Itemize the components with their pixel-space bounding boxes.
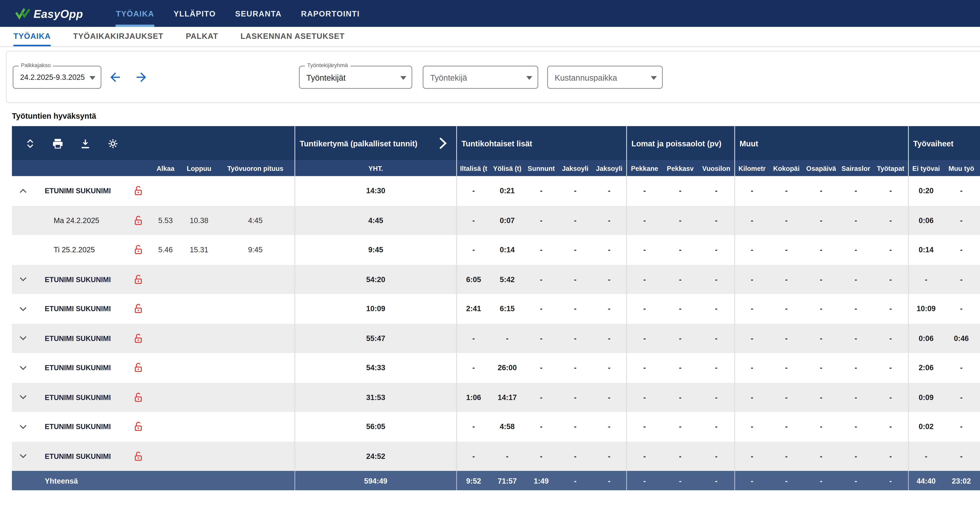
- table-cell: -: [804, 235, 838, 265]
- expand-row-icon[interactable]: [12, 265, 34, 294]
- employee-group-select[interactable]: Työntekijäryhmä Työntekijät: [299, 66, 412, 89]
- table-cell: -: [662, 353, 698, 382]
- table-cell: 5:42: [490, 265, 524, 294]
- tab-tyoaika[interactable]: TYÖAIKA: [13, 27, 51, 46]
- table-cell: -: [734, 382, 769, 412]
- employee-name: ETUNIMI SUKUNIMI: [34, 294, 127, 324]
- employee-select[interactable]: Työntekijä: [423, 66, 538, 89]
- approval-table: Tuntikertymä (palkalliset tunnit) Tuntik…: [12, 126, 980, 490]
- nav-seuranta[interactable]: SEURANTA: [235, 0, 282, 27]
- nav-yllapito[interactable]: YLLÄPITO: [173, 0, 216, 27]
- pay-period-select[interactable]: Palkkajakso 24.2.2025-9.3.2025: [13, 66, 102, 89]
- employee-name: ETUNIMI SUKUNIMI: [34, 412, 127, 441]
- column-header: Jaksoyli: [558, 161, 592, 176]
- table-cell: -: [979, 206, 980, 235]
- print-icon[interactable]: [51, 137, 64, 150]
- table-row: ETUNIMI SUKUNIMI55:47-------------0:060:…: [12, 324, 980, 353]
- lock-open-icon[interactable]: [127, 382, 149, 412]
- table-cell: 0:06: [908, 206, 943, 235]
- table-cell: -: [769, 353, 804, 382]
- day-label: Ti 25.2.2025: [34, 235, 127, 265]
- table-cell: -: [490, 324, 524, 353]
- expand-row-icon[interactable]: [12, 441, 34, 471]
- app-root: EasyOpp TYÖAIKA YLLÄPITO SEURANTA RAPORT…: [0, 0, 980, 525]
- employee-placeholder: Työntekijä: [430, 73, 467, 82]
- lock-open-icon[interactable]: [127, 441, 149, 471]
- sub-tab-bar: TYÖAIKA TYÖAIKAKIRJAUKSET PALKAT LASKENN…: [0, 27, 980, 47]
- table-row: Ma 24.2.20255.5310.384:454:45-0:07------…: [12, 206, 980, 235]
- table-cell: -: [769, 206, 804, 235]
- pay-period-value: 24.2.2025-9.3.2025: [20, 73, 85, 81]
- collapse-row-icon[interactable]: [12, 176, 34, 206]
- top-nav-bar: EasyOpp TYÖAIKA YLLÄPITO SEURANTA RAPORT…: [0, 0, 980, 27]
- expand-collapse-all-icon[interactable]: [23, 137, 37, 150]
- table-row: ETUNIMI SUKUNIMI31:531:0614:17----------…: [12, 382, 980, 412]
- table-cell: -: [943, 294, 979, 324]
- lock-open-icon[interactable]: [127, 294, 149, 324]
- cell-pituus: [216, 294, 294, 324]
- cell-yht: 55:47: [294, 324, 456, 353]
- table-cell: -: [873, 382, 908, 412]
- prev-period-button[interactable]: [107, 69, 123, 85]
- table-cell: -: [838, 382, 873, 412]
- settings-gear-icon[interactable]: [106, 137, 119, 150]
- table-cell: -: [592, 294, 626, 324]
- lock-open-icon[interactable]: [127, 324, 149, 353]
- cell-alkaa: [149, 412, 182, 441]
- lock-open-icon[interactable]: [127, 353, 149, 382]
- lock-open-icon[interactable]: [127, 235, 149, 265]
- table-cell: -: [592, 441, 626, 471]
- lock-open-icon[interactable]: [127, 412, 149, 441]
- table-cell: -: [662, 412, 698, 441]
- table-cell: -: [592, 382, 626, 412]
- table-cell: -: [838, 441, 873, 471]
- expand-row-icon[interactable]: [12, 324, 34, 353]
- table-cell: -: [558, 412, 592, 441]
- table-cell: -: [626, 206, 662, 235]
- cell-yht: 54:33: [294, 353, 456, 382]
- nav-raportointi[interactable]: RAPORTOINTI: [301, 0, 360, 27]
- nav-tyoaika[interactable]: TYÖAIKA: [116, 0, 154, 27]
- table-cell: -: [662, 382, 698, 412]
- table-cell: 0:14: [908, 235, 943, 265]
- expand-row-icon[interactable]: [12, 382, 34, 412]
- table-cell: -: [558, 382, 592, 412]
- table-cell: -: [662, 441, 698, 471]
- tab-tyoaikakirjaukset[interactable]: TYÖAIKAKIRJAUKSET: [73, 27, 164, 46]
- cell-alkaa: [149, 324, 182, 353]
- table-cell: -: [804, 382, 838, 412]
- total-cell: 23:02: [943, 471, 979, 490]
- lock-open-icon[interactable]: [127, 265, 149, 294]
- table-cell: -: [979, 324, 980, 353]
- table-cell: -: [558, 294, 592, 324]
- expand-columns-icon[interactable]: [434, 135, 450, 152]
- table-cell: -: [804, 176, 838, 206]
- table-cell: -: [698, 265, 734, 294]
- expand-row-icon[interactable]: [12, 294, 34, 324]
- table-cell: 0:07: [490, 206, 524, 235]
- table-cell: -: [524, 235, 558, 265]
- table-cell: -: [456, 324, 490, 353]
- cost-center-select[interactable]: Kustannuspaikka: [547, 66, 663, 89]
- group-tuntikohtaiset-lisat: Tuntikohtaiset lisät: [456, 126, 626, 161]
- cell-loppuu: [182, 265, 216, 294]
- table-cell: -: [804, 324, 838, 353]
- total-cell: -: [662, 471, 698, 490]
- total-cell: -: [626, 471, 662, 490]
- table-cell: 0:21: [490, 176, 524, 206]
- lock-open-icon[interactable]: [127, 176, 149, 206]
- expand-row-icon[interactable]: [12, 353, 34, 382]
- expand-row-icon[interactable]: [12, 412, 34, 441]
- cell-loppuu: [182, 353, 216, 382]
- employee-name: ETUNIMI SUKUNIMI: [34, 382, 127, 412]
- table-cell: -: [626, 382, 662, 412]
- lock-open-icon[interactable]: [127, 206, 149, 235]
- tab-palkat[interactable]: PALKAT: [186, 27, 218, 46]
- next-period-button[interactable]: [133, 69, 149, 85]
- table-cell: -: [558, 206, 592, 235]
- employee-name: ETUNIMI SUKUNIMI: [34, 441, 127, 471]
- cell-pituus: [216, 176, 294, 206]
- tab-laskennan-asetukset[interactable]: LASKENNAN ASETUKSET: [240, 27, 345, 46]
- download-icon[interactable]: [78, 137, 92, 150]
- table-cell: -: [558, 176, 592, 206]
